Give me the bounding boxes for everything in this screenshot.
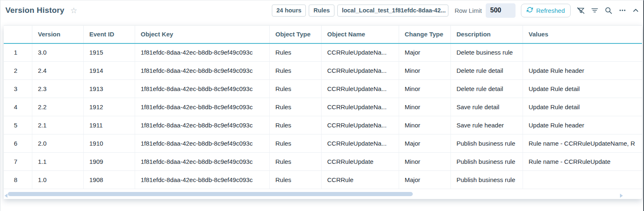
- table-row: 7 1.1 1909 1f81efdc-8daa-42ec-b8db-8c9ef…: [4, 153, 642, 171]
- cell-description: Save rule detail: [450, 98, 523, 116]
- cell-object-name: CCRRule: [321, 171, 399, 189]
- row-limit-label: Row Limit: [455, 7, 482, 14]
- cell-event-id: 1909: [83, 153, 135, 171]
- filter-pill-object-key[interactable]: local_Local_test_1f81efdc-8daa-42...: [337, 5, 448, 17]
- cell-event-id: 1915: [83, 43, 135, 62]
- cell-object-type: Rules: [269, 153, 321, 171]
- table-header-row: Version Event ID Object Key Object Type …: [4, 26, 642, 43]
- cell-object-type: Rules: [269, 116, 321, 134]
- cell-object-key: 1f81efdc-8daa-42ec-b8db-8c9ef49c093c: [135, 153, 269, 171]
- row-limit-input[interactable]: [486, 3, 516, 18]
- column-header-object-type[interactable]: Object Type: [269, 26, 321, 43]
- table-row: 6 2.0 1910 1f81efdc-8daa-42ec-b8db-8c9ef…: [4, 134, 642, 153]
- cell-description: Publish business rule: [450, 134, 523, 153]
- refresh-button-label: Refreshed: [536, 7, 565, 14]
- column-header-event-id[interactable]: Event ID: [83, 26, 135, 43]
- table-row: 4 2.2 1912 1f81efdc-8daa-42ec-b8db-8c9ef…: [4, 98, 642, 116]
- cell-object-name: CCRRuleUpdate: [321, 153, 399, 171]
- row-index: 6: [4, 134, 32, 153]
- row-index: 5: [4, 116, 32, 134]
- collapse-chevron-up-icon[interactable]: [632, 7, 639, 14]
- refresh-button[interactable]: Refreshed: [521, 4, 571, 17]
- clear-filter-icon[interactable]: [577, 7, 585, 14]
- cell-event-id: 1912: [83, 98, 135, 116]
- column-header-index: [4, 26, 32, 43]
- cell-object-name: CCRRuleUpdateNa...: [321, 134, 399, 153]
- scroll-right-arrow-icon[interactable]: [620, 192, 623, 199]
- column-header-object-name[interactable]: Object Name: [321, 26, 399, 43]
- table-row: 5 2.1 1911 1f81efdc-8daa-42ec-b8db-8c9ef…: [4, 116, 642, 134]
- cell-values: Rule name - CCRRuleUpdate: [523, 153, 642, 171]
- filter-pill-time-range[interactable]: 24 hours: [272, 5, 306, 17]
- cell-event-id: 1913: [83, 80, 135, 98]
- page-title: Version History: [5, 6, 64, 15]
- cell-object-key: 1f81efdc-8daa-42ec-b8db-8c9ef49c093c: [135, 171, 269, 189]
- row-index: 8: [4, 171, 32, 189]
- cell-object-type: Rules: [269, 62, 321, 80]
- cell-version: 1.0: [32, 171, 83, 189]
- cell-version: 2.2: [32, 98, 83, 116]
- cell-change-type: Minor: [399, 98, 450, 116]
- cell-description: Delete rule detail: [450, 62, 523, 80]
- column-header-object-key[interactable]: Object Key: [135, 26, 269, 43]
- table-row: 3 2.3 1913 1f81efdc-8daa-42ec-b8db-8c9ef…: [4, 80, 642, 98]
- column-header-version[interactable]: Version: [32, 26, 83, 43]
- cell-object-type: Rules: [269, 80, 321, 98]
- filter-pill-object-type[interactable]: Rules: [309, 5, 334, 17]
- cell-description: Delete rule detail: [450, 80, 523, 98]
- filter-lines-icon[interactable]: [591, 7, 598, 14]
- cell-event-id: 1911: [83, 116, 135, 134]
- scroll-left-arrow-icon[interactable]: [5, 192, 7, 199]
- cell-object-key: 1f81efdc-8daa-42ec-b8db-8c9ef49c093c: [135, 62, 269, 80]
- cell-object-key: 1f81efdc-8daa-42ec-b8db-8c9ef49c093c: [135, 134, 269, 153]
- horizontal-scrollbar[interactable]: [4, 189, 642, 199]
- row-index: 1: [4, 43, 32, 62]
- cell-description: Save rule header: [450, 116, 523, 134]
- column-header-values[interactable]: Values: [523, 26, 642, 43]
- cell-values: Update Rule detail: [523, 98, 642, 116]
- cell-object-name: CCRRuleUpdateNa...: [321, 43, 399, 62]
- column-header-description[interactable]: Description: [450, 26, 523, 43]
- refresh-icon: [527, 7, 533, 14]
- cell-version: 3.0: [32, 43, 83, 62]
- chart-header: Version History ☆ 24 hours Rules local_L…: [0, 0, 643, 20]
- search-icon[interactable]: [605, 7, 613, 14]
- cell-change-type: Minor: [399, 80, 450, 98]
- more-icon[interactable]: [619, 7, 626, 14]
- cell-version: 2.0: [32, 134, 83, 153]
- filter-pill-time-range-label: 24 hours: [276, 7, 301, 14]
- table-row: 2 2.4 1914 1f81efdc-8daa-42ec-b8db-8c9ef…: [4, 62, 642, 80]
- version-history-table-card: Version Event ID Object Key Object Type …: [4, 25, 642, 199]
- table-row: 8 1.0 1908 1f81efdc-8daa-42ec-b8db-8c9ef…: [4, 171, 642, 189]
- cell-object-type: Rules: [269, 98, 321, 116]
- cell-values: [523, 43, 642, 62]
- cell-values: Update Rule header: [523, 116, 642, 134]
- cell-object-name: CCRRuleUpdateNa...: [321, 98, 399, 116]
- version-history-table: Version Event ID Object Key Object Type …: [4, 25, 642, 189]
- cell-description: Delete business rule: [450, 43, 523, 62]
- row-index: 4: [4, 98, 32, 116]
- row-index: 7: [4, 153, 32, 171]
- cell-change-type: Major: [399, 43, 450, 62]
- cell-version: 2.4: [32, 62, 83, 80]
- cell-description: Publish business rule: [450, 171, 523, 189]
- cell-change-type: Minor: [399, 153, 450, 171]
- cell-event-id: 1914: [83, 62, 135, 80]
- cell-version: 2.3: [32, 80, 83, 98]
- table-row: 1 3.0 1915 1f81efdc-8daa-42ec-b8db-8c9ef…: [4, 43, 642, 62]
- scrollbar-thumb[interactable]: [8, 192, 413, 196]
- column-header-change-type[interactable]: Change Type: [399, 26, 450, 43]
- cell-object-type: Rules: [269, 171, 321, 189]
- cell-values: Update Rule header: [523, 62, 642, 80]
- cell-values: Rule name - CCRRuleUpdateName, R: [523, 134, 642, 153]
- cell-event-id: 1908: [83, 171, 135, 189]
- cell-object-name: CCRRuleUpdateNa...: [321, 116, 399, 134]
- cell-change-type: Major: [399, 134, 450, 153]
- cell-object-name: CCRRuleUpdateNa...: [321, 80, 399, 98]
- row-index: 2: [4, 62, 32, 80]
- cell-object-key: 1f81efdc-8daa-42ec-b8db-8c9ef49c093c: [135, 98, 269, 116]
- cell-description: Publish business rule: [450, 153, 523, 171]
- cell-object-key: 1f81efdc-8daa-42ec-b8db-8c9ef49c093c: [135, 43, 269, 62]
- favorite-star-icon[interactable]: ☆: [70, 7, 77, 14]
- cell-event-id: 1910: [83, 134, 135, 153]
